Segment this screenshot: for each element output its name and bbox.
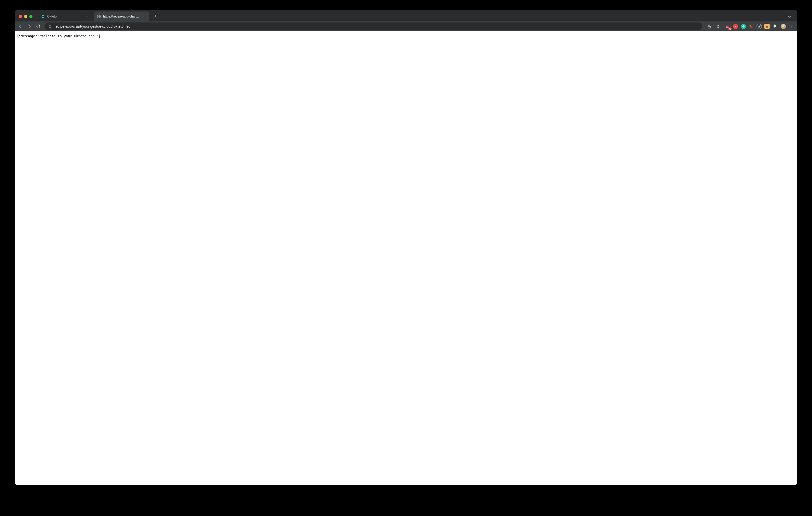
lock-icon bbox=[48, 25, 52, 28]
extension-label: Tp bbox=[750, 25, 753, 28]
toolbar: recipe-app-chart-youngestdev.cloud.oktet… bbox=[14, 22, 798, 31]
share-icon[interactable] bbox=[706, 24, 712, 29]
tab-close-icon[interactable]: × bbox=[86, 14, 90, 19]
address-bar[interactable]: recipe-app-chart-youngestdev.cloud.oktet… bbox=[45, 23, 702, 30]
browser-window: Okteto × https://recipe-app-chart-young … bbox=[14, 10, 798, 485]
globe-favicon bbox=[97, 14, 101, 19]
extension-badge: 13 bbox=[728, 27, 732, 30]
extensions-strip: m13 G Tp W bbox=[724, 24, 778, 29]
svg-rect-5 bbox=[49, 26, 51, 27]
tp-extension-icon[interactable]: Tp bbox=[749, 24, 754, 29]
reload-button[interactable] bbox=[35, 23, 41, 30]
tab-okteto[interactable]: Okteto × bbox=[38, 11, 93, 22]
profile-avatar[interactable] bbox=[781, 24, 786, 29]
traffic-lights bbox=[17, 15, 38, 18]
plus-icon: + bbox=[154, 13, 157, 19]
kebab-menu-icon[interactable] bbox=[789, 24, 795, 29]
forward-button[interactable] bbox=[26, 23, 32, 30]
response-body: {"message":"Welcome to your Okteto app."… bbox=[14, 31, 798, 40]
tab-strip: Okteto × https://recipe-app-chart-young … bbox=[14, 10, 798, 22]
svg-point-8 bbox=[791, 26, 792, 27]
okteto-favicon bbox=[41, 14, 45, 19]
tabs-dropdown-button[interactable] bbox=[786, 13, 793, 20]
adblock-extension-icon[interactable] bbox=[733, 24, 738, 29]
window-maximize-button[interactable] bbox=[29, 15, 32, 18]
toolbar-actions: m13 G Tp W bbox=[705, 24, 795, 29]
url-text: recipe-app-chart-youngestdev.cloud.oktet… bbox=[54, 24, 698, 29]
tabs: Okteto × https://recipe-app-chart-young … bbox=[38, 11, 150, 22]
window-close-button[interactable] bbox=[19, 15, 22, 18]
tabstrip-right bbox=[786, 13, 795, 20]
bookmark-star-icon[interactable] bbox=[715, 24, 721, 29]
grammarly-extension-icon[interactable]: G bbox=[741, 24, 746, 29]
extension-label: W bbox=[758, 25, 760, 28]
page-viewport[interactable]: {"message":"Welcome to your Okteto app."… bbox=[14, 31, 798, 485]
tab-close-icon[interactable]: × bbox=[142, 14, 146, 19]
fox-extension-icon[interactable] bbox=[764, 24, 770, 29]
nav-buttons bbox=[17, 23, 41, 30]
tab-title: https://recipe-app-chart-young bbox=[103, 14, 140, 18]
tab-recipe-app[interactable]: https://recipe-app-chart-young × bbox=[94, 11, 149, 22]
extension-label: G bbox=[743, 25, 745, 28]
extensions-puzzle-icon[interactable] bbox=[772, 24, 778, 29]
tab-title: Okteto bbox=[47, 14, 84, 18]
back-button[interactable] bbox=[17, 23, 24, 30]
svg-point-7 bbox=[791, 25, 792, 25]
window-minimize-button[interactable] bbox=[24, 15, 27, 18]
w-extension-icon[interactable]: W bbox=[757, 24, 762, 29]
new-tab-button[interactable]: + bbox=[152, 12, 159, 20]
m13-extension-icon[interactable]: m13 bbox=[725, 24, 730, 29]
svg-point-9 bbox=[791, 27, 792, 28]
